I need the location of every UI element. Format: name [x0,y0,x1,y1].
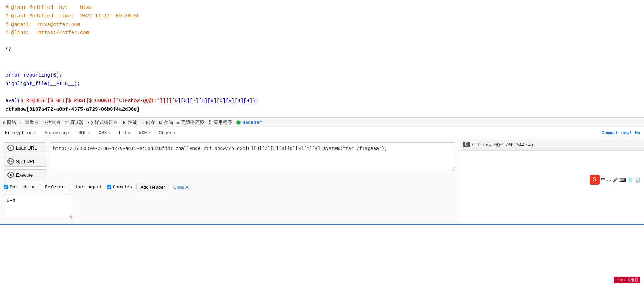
execute-button[interactable]: Execute [4,169,46,180]
network-icon: ↺ [3,120,6,125]
load-url-button[interactable]: Load URL [4,142,46,153]
encryption-arrow-icon: ▾ [34,131,36,135]
menu-xss[interactable]: XSS ▾ [97,130,111,136]
toolbar-hackbar[interactable]: HackBar [236,120,262,125]
commit-now-button[interactable]: Commit now! Ha [602,130,640,136]
user-agent-checkbox[interactable] [69,185,73,189]
xxe-label: XXE [139,130,147,136]
sogou-label: 中 [601,177,606,183]
code-line-8 [5,63,639,72]
style-editor-icon: {} [88,120,93,125]
debugger-icon: ⬚ [65,120,68,125]
sogou-s-icon: S [590,175,600,185]
tools-icon[interactable]: 📊 [635,177,640,183]
menu-encryption[interactable]: Encryption ▾ [4,130,37,136]
clear-all-button[interactable]: Clear All [173,184,190,190]
post-data-input[interactable]: a=b [4,194,72,219]
options-row: Post data Referer User Agent Cookies Add… [4,180,455,194]
add-header-button[interactable]: Add Header [136,183,169,191]
code-line-3: # @email: h1xa@ctfer.com [5,21,639,29]
action-buttons: Load URL Split URL Execute [4,142,46,180]
code-line-7 [5,54,639,63]
toolbar-inspector[interactable]: □ 查看器 [21,119,39,126]
referer-checkbox-label[interactable]: Referer [39,184,64,190]
performance-icon: ⏵ [122,120,127,125]
console-icon: ▷ [43,120,46,125]
lfi-label: LFI [118,130,127,136]
console-label: 控制台 [47,119,61,126]
sogou-logo: S 中 ·,· 🎤 ⌨ 👕 📊 [590,175,640,185]
style-editor-label: 样式编辑器 [95,119,118,126]
hackbar-left: Load URL Split URL Execute http://165803… [0,139,459,224]
xxe-arrow-icon: ▾ [148,131,150,135]
cookie-badge: C [463,142,470,147]
storage-icon: ⊟ [159,120,162,125]
toolbar-console[interactable]: ▷ 控制台 [43,119,61,126]
accessibility-icon: ♿ [177,120,180,125]
encoding-label: Encoding [44,130,67,136]
inspector-icon: □ [21,120,23,125]
code-line-13: ctfshow{8187a472-a0bf-4375-a729-06b0f4a2… [5,105,639,114]
referer-checkbox[interactable] [39,185,43,189]
toolbar-style-editor[interactable]: {} 样式编辑器 [88,119,118,126]
url-input[interactable]: http://1658039e-2108-4279-a415-ec5043b0f… [50,142,455,171]
right-panel: C CTFshow-QQ%E7%BE%A4:=a S 中 ·,· 🎤 ⌨ 👕 📊 [459,139,644,224]
hackbar-main: Load URL Split URL Execute http://165803… [0,139,644,224]
encryption-label: Encryption [5,130,33,136]
code-line-1: # @Last Modified by: h1xa [5,4,639,12]
cookies-checkbox-label[interactable]: Cookies [107,184,132,190]
memory-label: 内存 [146,119,155,126]
code-line-10: highlight_file(__FILE__); [5,80,639,88]
ime-toolbar: S 中 ·,· 🎤 ⌨ 👕 📊 [459,172,644,188]
menu-encoding[interactable]: Encoding ▾ [43,130,71,136]
cookie-header: C CTFshow-QQ%E7%BE%A4:=a [459,139,644,151]
url-input-wrapper: http://1658039e-2108-4279-a415-ec5043b0f… [50,142,455,180]
sql-arrow-icon: ▾ [88,131,90,135]
sql-label: SQL [79,130,87,136]
microphone-icon[interactable]: 🎤 [612,177,618,183]
accessibility-label: 无障碍环境 [181,119,204,126]
hackbar-label: HackBar [242,120,262,125]
code-line-6: */ [5,46,639,54]
code-line-4: # @link: https://ctfer.com [5,29,639,37]
application-icon: ⠿ [208,120,212,125]
code-line-11 [5,88,639,97]
encoding-arrow-icon: ▾ [68,131,70,135]
cookie-value: CTFshow-QQ%E7%BE%A4:=a [472,142,533,147]
toolbar-memory[interactable]: ♡ 内存 [142,119,155,126]
menu-other[interactable]: Other ▾ [157,130,177,136]
xss-arrow-icon: ▾ [108,131,110,135]
other-arrow-icon: ▾ [174,131,176,135]
code-line-12: eval($_REQUEST[$_GET[$_POST[$_COOKIE['CT… [5,97,639,105]
user-agent-checkbox-label[interactable]: User Agent [69,184,102,190]
toolbar-network[interactable]: ↺ 网络 [3,119,16,126]
sogou-punct-icon: ·,· [607,177,611,183]
storage-label: 存储 [164,119,173,126]
toolbar-debugger[interactable]: ⬚ 调试器 [65,119,83,126]
url-row: Load URL Split URL Execute http://165803… [4,142,455,180]
post-data-checkbox-label[interactable]: Post data [4,184,35,190]
toolbar-accessibility[interactable]: ♿ 无障碍环境 [177,119,205,126]
keyboard-icon[interactable]: ⌨ [619,177,626,183]
upload-icon [7,145,14,151]
menu-sql[interactable]: SQL ▾ [77,130,91,136]
toolbar-storage[interactable]: ⊟ 存储 [159,119,173,126]
network-label: 网络 [7,119,16,126]
split-url-button[interactable]: Split URL [4,156,46,167]
hackbar-panel: Encryption ▾ Encoding ▾ SQL ▾ XSS ▾ LFI … [0,127,644,225]
lfi-arrow-icon: ▾ [128,131,130,135]
split-icon [7,158,14,165]
code-area: # @Last Modified by: h1xa # @Last Modifi… [0,0,644,118]
toolbar-application[interactable]: ⠿ 应用程序 [208,119,232,126]
inspector-label: 查看器 [25,119,39,126]
application-label: 应用程序 [213,119,232,126]
skin-icon[interactable]: 👕 [628,177,633,183]
post-data-checkbox[interactable] [4,185,8,189]
menu-xxe[interactable]: XXE ▾ [137,130,152,136]
menu-lfi[interactable]: LFI ▾ [117,130,131,136]
memory-icon: ♡ [142,120,144,125]
code-line-5 [5,37,639,46]
cookies-checkbox[interactable] [107,185,111,189]
xss-label: XSS [99,130,107,136]
toolbar-performance[interactable]: ⏵ 性能 [122,119,137,126]
